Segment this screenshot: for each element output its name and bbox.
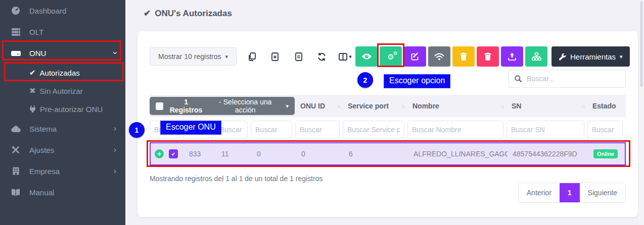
sidebar-item-label: Empresa	[29, 167, 60, 176]
dashboard-icon	[10, 6, 21, 15]
select-action-dropdown[interactable]: 1 Registros - Selecciona una acción ▾	[150, 97, 295, 115]
column-header-nombre[interactable]: Nombre ↑↓	[407, 102, 507, 110]
file-excel-icon	[271, 52, 279, 61]
sidebar-item-empresa[interactable]: Empresa ›	[0, 160, 125, 182]
filter-input[interactable]	[251, 121, 292, 139]
chevron-right-icon: ›	[114, 167, 116, 175]
column-header-sn[interactable]: SN ↑↓	[507, 102, 587, 110]
annotation-label-escoger-onu: Escoger ONU	[160, 121, 221, 135]
current-page-button[interactable]: 1	[560, 183, 580, 202]
copy-button[interactable]	[242, 47, 262, 66]
sidebar-item-label: ONU	[29, 49, 46, 58]
show-entries-dropdown[interactable]: Mostrar 10 registros ▾	[150, 47, 237, 66]
sidebar-item-label: Manual	[29, 188, 54, 197]
filter-input-estado[interactable]	[587, 121, 623, 139]
annotation-label-escoger-opcion: Escoger opcion	[384, 74, 450, 88]
filter-input-sn[interactable]	[507, 121, 584, 139]
filter-input-nombre[interactable]	[407, 121, 503, 139]
action-buttons: ⚙⚙	[355, 46, 547, 67]
book-icon	[10, 189, 21, 196]
filter-input-service-port[interactable]	[343, 121, 404, 139]
sidebar-item-label: OLT	[29, 28, 43, 36]
page-title: ✔ ONU's Autorizadas	[144, 8, 232, 19]
cell: 0	[252, 150, 296, 158]
row-checkbox[interactable]: ✔	[169, 149, 178, 158]
previous-page-button[interactable]: Anterior	[519, 183, 560, 202]
sidebar-item-olt[interactable]: OLT	[0, 21, 125, 42]
scrollbar-thumb[interactable]	[640, 1, 643, 87]
next-page-button[interactable]: Siguiente	[580, 183, 625, 202]
caret-down-icon: ▾	[620, 54, 623, 60]
select-all-checkbox[interactable]	[156, 102, 163, 110]
sitemap-icon	[532, 52, 541, 61]
sidebar-subitem-label: Sin Autorizar	[40, 87, 83, 95]
sidebar-item-label: Ajustes	[29, 146, 54, 154]
view-button[interactable]	[355, 46, 378, 67]
sidebar-item-sin-autorizar[interactable]: ✖ Sin Autorizar	[0, 82, 125, 100]
export-buttons: ▾	[242, 47, 355, 66]
cell-onu-id: 0	[296, 150, 344, 158]
columns-icon	[339, 53, 347, 61]
configure-button[interactable]: ⚙⚙	[380, 46, 402, 67]
refresh-icon	[317, 52, 326, 61]
sidebar-subitem-label: Pre-autorizar ONU	[40, 105, 103, 114]
caret-down-icon: ▾	[349, 54, 352, 60]
tools-dropdown[interactable]: Herramientas ▾	[551, 46, 630, 67]
sidebar-item-ajustes[interactable]: Ajustes ›	[0, 139, 125, 160]
annotation-step-1-badge: 1	[129, 122, 145, 138]
sidebar-item-onu[interactable]: ONU ›	[0, 42, 125, 64]
chevron-right-icon: ›	[114, 146, 116, 154]
check-icon: ✔	[144, 8, 151, 19]
column-header-service-port[interactable]: Service port ↑↓	[343, 102, 407, 110]
sidebar-item-label: Dashboard	[29, 7, 66, 15]
sidebar-item-sistema[interactable]: Sistema ›	[0, 118, 125, 139]
scrollbar-track[interactable]	[639, 0, 644, 225]
sidebar-item-autorizadas[interactable]: ✔ Autorizadas	[0, 64, 125, 82]
sitemap-button[interactable]	[525, 46, 547, 67]
hdd-icon	[10, 49, 21, 57]
wifi-icon	[434, 53, 444, 61]
export-file-button[interactable]	[289, 47, 309, 66]
column-header-onu-id[interactable]: ONU ID ↑↓	[295, 102, 343, 110]
sidebar-item-dashboard[interactable]: Dashboard	[0, 0, 125, 21]
table-row[interactable]: + ✔ 833 11 0 0 6 ALFREDO_LLINARES_GAGO 4…	[150, 142, 626, 165]
cell: 11	[216, 150, 252, 158]
cell-service-port: 6	[344, 150, 408, 158]
filter-input-onu-id[interactable]	[295, 121, 340, 139]
export-excel-button[interactable]	[265, 47, 285, 66]
copy-icon	[248, 52, 256, 61]
sidebar-item-label: Sistema	[29, 125, 57, 133]
expand-row-button[interactable]: +	[155, 149, 164, 158]
cell-nombre: ALFREDO_LLINARES_GAGO	[408, 150, 508, 158]
gears-icon: ⚙⚙	[387, 53, 394, 61]
column-header-estado[interactable]: Estado	[587, 102, 626, 110]
sort-icon: ↑↓	[401, 103, 404, 109]
records-summary: Mostrando registros del 1 al 1 de un tot…	[150, 175, 323, 183]
refresh-button[interactable]	[312, 47, 332, 66]
cell-sn: 4857544362228F9D	[508, 150, 588, 158]
table-header: 1 Registros - Selecciona una acción ▾ ON…	[150, 95, 626, 117]
column-visibility-button[interactable]: ▾	[335, 47, 355, 66]
edit-button[interactable]	[404, 46, 426, 67]
caret-down-icon: ▾	[286, 103, 289, 109]
search-input[interactable]	[527, 75, 620, 83]
wrench-icon	[559, 53, 566, 61]
check-icon: ✔	[29, 68, 36, 77]
pagination: Anterior 1 Siguiente	[518, 183, 626, 203]
sidebar-item-pre-autorizar[interactable]: Pre-autorizar ONU	[0, 100, 125, 118]
sidebar: Dashboard OLT ONU › ✔ Autorizadas ✖ Sin …	[0, 0, 125, 225]
app-window: Dashboard OLT ONU › ✔ Autorizadas ✖ Sin …	[0, 0, 644, 225]
trash-icon	[460, 52, 467, 61]
delete-permanent-button[interactable]	[477, 46, 499, 67]
delete-button[interactable]	[452, 46, 475, 67]
upload-icon	[508, 52, 516, 61]
tools-icon	[10, 146, 21, 154]
sidebar-subitem-label: Autorizadas	[40, 69, 80, 77]
search-container	[509, 70, 626, 88]
cloud-icon	[10, 126, 21, 132]
sidebar-item-manual[interactable]: Manual	[0, 182, 125, 203]
wifi-button[interactable]	[428, 46, 450, 67]
table-toolbar: Mostrar 10 registros ▾	[150, 46, 630, 67]
chevron-down-icon: ›	[111, 51, 119, 54]
upload-button[interactable]	[501, 46, 523, 67]
